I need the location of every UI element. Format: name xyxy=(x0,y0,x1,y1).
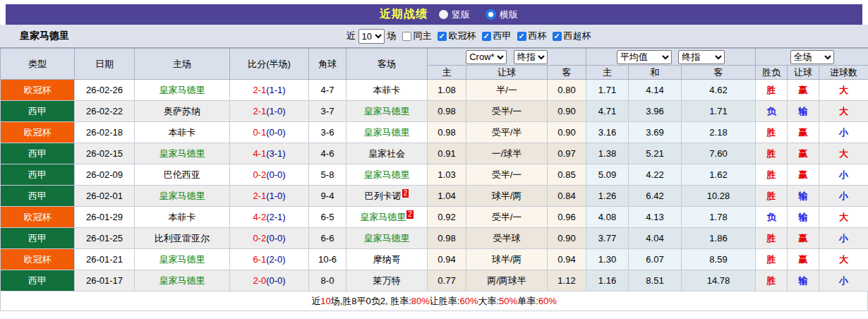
radio-icon[interactable] xyxy=(486,9,496,20)
result-handicap-cell: 输 xyxy=(788,270,819,291)
result-goals-cell: 小 xyxy=(819,186,868,207)
result-wdl: 胜 xyxy=(767,127,776,138)
bookmaker-select[interactable]: Crow* xyxy=(466,50,507,64)
scope-select[interactable]: 全场 xyxy=(790,50,834,64)
league-filter-label: 西杯 xyxy=(529,30,547,42)
crow-home-odds: 0.77 xyxy=(428,270,466,291)
result-goals: 小 xyxy=(839,233,848,243)
halftime-score: (1-0) xyxy=(266,106,285,116)
away-team-name: 皇家马德里 xyxy=(364,106,410,116)
league-filter-checkbox[interactable] xyxy=(482,32,491,41)
view-mode-option-selected[interactable]: 横版 xyxy=(486,8,518,21)
crow-handicap: 受半/一 xyxy=(466,164,548,186)
result-handicap: 赢 xyxy=(799,127,808,138)
match-date: 26-01-29 xyxy=(75,207,135,228)
crow-handicap: 半/一 xyxy=(466,80,548,101)
result-wdl: 负 xyxy=(767,106,776,116)
view-mode-option-unselected[interactable]: 竖版 xyxy=(439,8,470,21)
score-cell: 2-1(1-0) xyxy=(230,101,309,122)
crow-handicap: 一/球半 xyxy=(466,143,548,164)
match-date: 26-01-21 xyxy=(75,249,135,270)
home-team-cell: 皇家马德里 xyxy=(135,249,230,270)
corner-cell: 4-6 xyxy=(309,143,346,164)
avg-home-odds: 1.38 xyxy=(586,143,629,164)
score-cell: 0-1(0-0) xyxy=(230,122,309,143)
away-team-name: 莱万特 xyxy=(373,275,401,286)
result-goals-cell: 小 xyxy=(819,122,868,143)
sub-header-avg-away: 客 xyxy=(682,66,756,80)
summary-segment: 50% xyxy=(499,296,517,306)
crow-handicap: 受半/一 xyxy=(466,101,548,122)
avg-home-odds: 4.71 xyxy=(586,101,629,122)
home-team-name: 皇家马德里 xyxy=(159,85,205,95)
result-goals: 小 xyxy=(839,275,848,286)
crow-home-odds: 1.04 xyxy=(428,186,466,207)
result-goals-cell: 大 xyxy=(819,249,868,270)
score-cell: 2-1(1-1) xyxy=(230,80,309,101)
summary-segment: 近 xyxy=(311,295,320,308)
col-header-date: 日期 xyxy=(75,49,135,80)
result-handicap-cell: 输 xyxy=(788,186,819,207)
home-team-name: 皇家马德里 xyxy=(159,254,205,265)
col-header-score: 比分(半场) xyxy=(230,49,309,80)
crow-away-odds: 0.94 xyxy=(548,249,586,270)
home-team-cell: 奥萨苏纳 xyxy=(135,101,230,122)
recent-count-select[interactable]: 10 xyxy=(358,29,385,44)
match-row: 西甲26-01-25比利亚雷亚尔0-2(0-0)6-6皇家马德里0.98受半球0… xyxy=(1,228,868,249)
match-row: 欧冠杯26-02-18本菲卡0-1(0-0)3-6皇家马德里0.98受平/半0.… xyxy=(1,122,868,143)
match-row: 西甲26-02-15皇家马德里4-1(3-1)4-6皇家社会0.91一/球半0.… xyxy=(1,143,868,164)
score-cell: 4-2(2-1) xyxy=(230,207,309,228)
away-team-name: 皇家马德里 xyxy=(364,233,410,243)
recent-results-header-bar: 近期战绩 竖版横版 xyxy=(6,4,862,25)
result-goals: 小 xyxy=(839,191,848,201)
home-team-cell: 本菲卡 xyxy=(135,207,230,228)
result-wdl: 负 xyxy=(767,212,776,222)
away-team-name: 皇家马德里 xyxy=(360,212,406,222)
same-home-checkbox[interactable] xyxy=(402,32,411,41)
halftime-score: (0-0) xyxy=(266,275,285,286)
home-team-name: 本菲卡 xyxy=(169,127,196,138)
result-wdl: 胜 xyxy=(767,275,776,286)
crow-away-odds: 0.90 xyxy=(548,228,586,249)
odds-stage-select-1[interactable]: 终指 xyxy=(514,50,548,64)
away-team-cell: 皇家马德里 xyxy=(346,164,428,186)
crow-away-odds: 0.90 xyxy=(548,122,586,143)
odds-stage-select-2[interactable]: 终指 xyxy=(678,50,725,64)
away-team-name: 巴列卡诺 xyxy=(365,191,402,201)
crow-home-odds: 0.94 xyxy=(428,249,466,270)
home-team-name: 巴伦西亚 xyxy=(164,169,200,180)
col-header-away: 客场 xyxy=(346,49,428,80)
league-filter-checkbox[interactable] xyxy=(553,32,562,41)
average-select[interactable]: 平均值 xyxy=(617,50,672,64)
result-goals: 小 xyxy=(839,169,848,180)
fulltime-score: 0-2 xyxy=(253,169,266,180)
avg-draw-odds: 3.96 xyxy=(629,101,682,122)
match-row: 欧冠杯26-02-26皇家马德里2-1(1-1)4-7本菲卡1.08半/一0.8… xyxy=(1,80,868,101)
result-wdl: 胜 xyxy=(767,169,776,180)
summary-segment: 60% xyxy=(538,296,557,306)
result-goals: 大 xyxy=(839,85,848,95)
avg-home-odds: 3.77 xyxy=(586,228,629,249)
league-filter-checkbox[interactable] xyxy=(438,32,447,41)
match-date: 26-02-09 xyxy=(75,164,135,186)
result-handicap-cell: 赢 xyxy=(788,228,819,249)
red-card-badge: 2 xyxy=(406,210,414,219)
avg-draw-odds: 5.21 xyxy=(629,143,682,164)
league-badge: 欧冠杯 xyxy=(1,122,75,143)
result-handicap-cell: 赢 xyxy=(788,143,819,164)
avg-draw-odds: 4.22 xyxy=(629,164,682,186)
halftime-score: (1-0) xyxy=(266,191,285,201)
page-title: 近期战绩 xyxy=(380,7,428,22)
crow-handicap: 球半/两 xyxy=(466,249,548,270)
crow-away-odds: 0.96 xyxy=(548,207,586,228)
average-select-group: 平均值 终指 xyxy=(586,49,756,66)
league-filter-checkbox[interactable] xyxy=(517,32,526,41)
radio-icon[interactable] xyxy=(439,10,448,19)
league-filter-label: 欧冠杯 xyxy=(449,30,476,42)
corner-cell: 10-6 xyxy=(309,249,346,270)
result-wdl-cell: 胜 xyxy=(756,228,788,249)
match-date: 26-02-18 xyxy=(75,122,135,143)
sub-header-crow-handicap: 让球 xyxy=(466,66,548,80)
sub-header-crow-home: 主 xyxy=(428,66,466,80)
bookmaker-select-group: Crow* 终指 xyxy=(428,49,586,66)
